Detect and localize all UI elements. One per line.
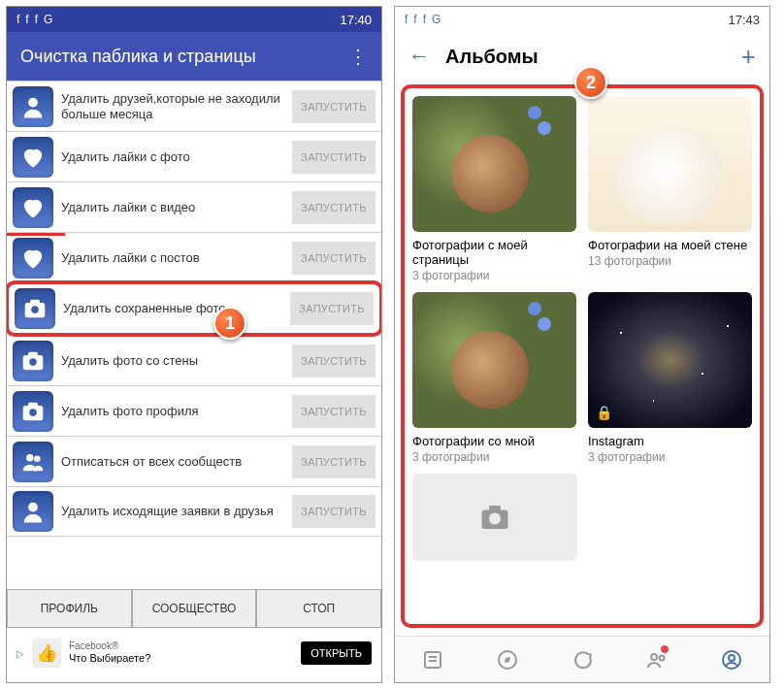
tab-profile[interactable]: ПРОФИЛЬ: [7, 589, 132, 628]
app-title: Очистка паблика и страницы: [20, 47, 256, 67]
svg-point-14: [489, 513, 501, 525]
svg-point-0: [29, 98, 38, 107]
status-bar: f f f G 17:40: [7, 7, 381, 32]
status-icons: f f f G: [405, 13, 441, 26]
svg-point-21: [651, 654, 657, 660]
add-icon[interactable]: +: [741, 42, 756, 72]
list-row: Удалить лайки с фото ЗАПУСТИТЬ: [7, 131, 381, 181]
album-item[interactable]: 🔒 Instagram 3 фотографии: [588, 292, 752, 464]
album-title: Фотографии со мной: [412, 434, 576, 448]
tab-community[interactable]: СООБЩЕСТВО: [132, 589, 257, 628]
album-count: 3 фотографии: [412, 269, 576, 282]
row-label: Удалить лайки с фото: [61, 149, 284, 165]
status-bar: f f f G 17:43: [395, 7, 769, 32]
row-label: Удалить друзей,которые не заходили больш…: [61, 91, 284, 121]
row-label: Удалить фото со стены: [61, 353, 284, 369]
ad-app-icon: 👍: [32, 639, 61, 668]
bottom-navbar: [395, 636, 769, 682]
empty-album[interactable]: [412, 474, 577, 561]
run-button[interactable]: ЗАПУСТИТЬ: [290, 292, 374, 325]
svg-point-22: [660, 655, 665, 660]
row-label: Удалить исходящие заявки в друзья: [61, 504, 284, 519]
albums-grid: Фотографии с моей страницы 3 фотографии …: [412, 96, 752, 464]
cleanup-list: Удалить друзей,которые не заходили больш…: [7, 81, 381, 537]
ad-brand: Facebook®: [69, 640, 293, 652]
ad-marker-icon: ▷: [16, 648, 24, 659]
album-count: 13 фотографии: [588, 254, 752, 268]
album-item[interactable]: Фотографии со мной 3 фотографии: [412, 292, 576, 464]
row-label: Отписаться от всех сообществ: [61, 454, 284, 470]
status-icons: f f f G: [16, 13, 52, 26]
svg-rect-15: [489, 506, 501, 511]
phone-left: f f f G 17:40 Очистка паблика и страницы…: [6, 6, 382, 683]
nav-profile[interactable]: [695, 637, 769, 682]
camera-icon: [477, 500, 512, 535]
ad-text: Facebook® Что Выбираете?: [69, 640, 293, 665]
heart-icon: [13, 238, 53, 279]
bottom-tabs: ПРОФИЛЬ СООБЩЕСТВО СТОП: [7, 589, 381, 628]
album-title: Фотографии на моей стене: [588, 238, 752, 252]
run-button[interactable]: ЗАПУСТИТЬ: [292, 395, 376, 428]
svg-rect-6: [29, 352, 38, 356]
ad-open-button[interactable]: ОТКРЫТЬ: [301, 641, 372, 665]
album-item[interactable]: Фотографии на моей стене 13 фотографии: [588, 96, 752, 282]
list-row: Удалить лайки с постов ЗАПУСТИТЬ: [7, 232, 381, 282]
camera-icon: [13, 391, 53, 432]
run-button[interactable]: ЗАПУСТИТЬ: [292, 191, 376, 224]
list-row: Отписаться от всех сообществ ЗАПУСТИТЬ: [7, 436, 381, 486]
app-bar: Очистка паблика и страницы ⋮: [7, 32, 381, 81]
google-icon: G: [44, 13, 52, 26]
notification-dot: [660, 644, 670, 654]
person-icon: [13, 491, 53, 532]
album-thumbnail: 🔒: [588, 292, 752, 428]
list-row: Удалить лайки с видео ЗАПУСТИТЬ: [7, 181, 381, 232]
page-title: Альбомы: [445, 46, 539, 68]
run-button[interactable]: ЗАПУСТИТЬ: [292, 445, 376, 478]
run-button[interactable]: ЗАПУСТИТЬ: [292, 495, 376, 528]
nav-discover[interactable]: [470, 637, 544, 682]
nav-news[interactable]: [395, 637, 470, 682]
progress-bar: [7, 233, 65, 236]
svg-point-2: [31, 306, 40, 314]
camera-icon: [13, 341, 53, 381]
run-button[interactable]: ЗАПУСТИТЬ: [292, 90, 376, 123]
facebook-icon: f: [423, 13, 426, 26]
album-thumbnail: [412, 96, 576, 232]
heart-icon: [13, 187, 53, 228]
phone-right: f f f G 17:43 ← Альбомы + Фотографии с м…: [394, 6, 770, 683]
group-icon: [13, 442, 53, 482]
row-label: Удалить лайки с постов: [61, 250, 284, 266]
nav-friends[interactable]: [620, 637, 695, 682]
ad-banner[interactable]: ▷ 👍 Facebook® Что Выбираете? ОТКРЫТЬ: [7, 632, 381, 674]
svg-point-11: [35, 456, 40, 461]
facebook-icon: f: [16, 13, 19, 26]
run-button[interactable]: ЗАПУСТИТЬ: [292, 344, 376, 377]
facebook-icon: f: [25, 13, 28, 26]
svg-rect-9: [29, 403, 38, 407]
status-time: 17:40: [340, 13, 372, 27]
facebook-icon: f: [35, 13, 38, 26]
annotation-badge-2: 2: [574, 66, 607, 99]
album-count: 3 фотографии: [588, 450, 752, 464]
svg-point-10: [27, 454, 34, 461]
google-icon: G: [432, 13, 441, 26]
nav-messages[interactable]: [544, 637, 619, 682]
facebook-icon: f: [405, 13, 408, 26]
album-item[interactable]: Фотографии с моей страницы 3 фотографии: [412, 96, 576, 282]
svg-point-5: [29, 357, 38, 366]
tab-stop[interactable]: СТОП: [256, 589, 381, 628]
album-title: Instagram: [588, 434, 752, 448]
status-time: 17:43: [728, 13, 760, 27]
back-icon[interactable]: ←: [408, 44, 430, 69]
list-row-highlighted: Удалить сохраненные фото ЗАПУСТИТЬ: [6, 280, 382, 337]
more-icon[interactable]: ⋮: [348, 45, 368, 68]
facebook-icon: f: [413, 13, 416, 26]
row-label: Удалить фото профиля: [61, 404, 284, 419]
list-row: Удалить друзей,которые не заходили больш…: [7, 81, 381, 131]
heart-icon: [13, 137, 53, 178]
svg-marker-20: [505, 657, 510, 663]
albums-highlight-box: Фотографии с моей страницы 3 фотографии …: [401, 84, 764, 628]
run-button[interactable]: ЗАПУСТИТЬ: [292, 242, 376, 275]
row-label: Удалить лайки с видео: [61, 200, 284, 215]
run-button[interactable]: ЗАПУСТИТЬ: [292, 141, 376, 174]
